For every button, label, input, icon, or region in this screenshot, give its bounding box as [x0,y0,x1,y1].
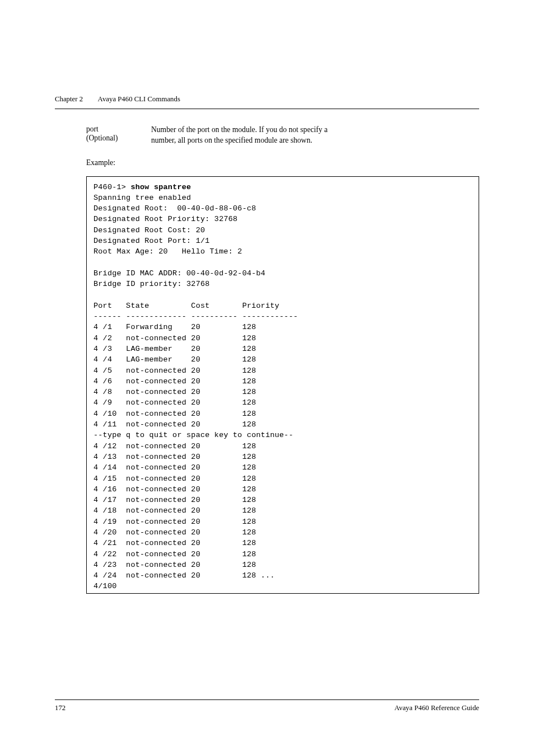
parameter-name: port (Optional) [86,125,151,146]
cli-row: 4 /13 not-connected 20 128 [93,453,256,461]
param-name-line1: port [86,125,151,134]
running-header: Chapter 2 Avaya P460 CLI Commands [55,95,479,104]
cli-command: show spantree [130,183,191,191]
cli-line: Designated Root Priority: 32768 [93,215,237,223]
page-number: 172 [55,704,65,712]
cli-row: 4 /4 LAG-member 20 128 [93,355,256,364]
cli-line: Bridge ID MAC ADDR: 00-40-0d-92-04-b4 [93,269,265,278]
chapter-label: Chapter 2 [55,95,83,103]
cli-row: 4 /14 not-connected 20 128 [93,463,256,472]
cli-row: 4 /18 not-connected 20 128 [93,506,256,515]
cli-line: Designated Root Port: 1/1 [93,237,210,245]
cli-line: Designated Root: 00-40-0d-88-06-c8 [93,204,256,213]
cli-row: 4/100 [93,582,117,590]
page-footer: 172 Avaya P460 Reference Guide [55,699,479,712]
param-name-line2: (Optional) [86,134,151,143]
cli-continue-line: --type q to quit or space key to continu… [93,431,293,439]
cli-example-box: P460-1> show spantree Spanning tree enab… [86,176,479,594]
cli-row: 4 /17 not-connected 20 128 [93,496,256,504]
cli-line: Designated Root Cost: 20 [93,226,205,234]
cli-row: 4 /23 not-connected 20 128 [93,561,256,569]
cli-prompt: P460-1> [93,183,130,191]
cli-line: Bridge ID priority: 32768 [93,280,210,288]
cli-line: Root Max Age: 20 Hello Time: 2 [93,247,242,256]
cli-row: 4 /5 not-connected 20 128 [93,367,256,375]
cli-row: 4 /10 not-connected 20 128 [93,410,256,418]
cli-row: 4 /1 Forwarding 20 128 [93,323,256,331]
chapter-title: Avaya P460 CLI Commands [98,95,180,103]
cli-table-rule: ------ ------------- ---------- --------… [93,312,298,321]
cli-row: 4 /8 not-connected 20 128 [93,388,256,396]
example-label: Example: [86,158,479,167]
cli-line: Spanning tree enabled [93,194,191,202]
cli-row: 4 /11 not-connected 20 128 [93,420,256,429]
cli-row: 4 /15 not-connected 20 128 [93,475,256,483]
param-desc-line2: number, all ports on the specified modul… [151,135,479,146]
parameter-row: port (Optional) Number of the port on th… [86,125,479,146]
header-rule [55,109,479,109]
cli-row: 4 /20 not-connected 20 128 [93,528,256,537]
cli-row: 4 /16 not-connected 20 128 [93,485,256,494]
cli-row: 4 /12 not-connected 20 128 [93,442,256,450]
cli-table-header: Port State Cost Priority [93,302,279,310]
cli-row: 4 /22 not-connected 20 128 [93,550,256,558]
page-content: port (Optional) Number of the port on th… [86,125,479,594]
cli-row: 4 /2 not-connected 20 128 [93,334,256,342]
cli-row: 4 /19 not-connected 20 128 [93,518,256,526]
cli-row: 4 /3 LAG-member 20 128 [93,345,256,353]
parameter-description: Number of the port on the module. If you… [151,125,479,146]
cli-row: 4 /24 not-connected 20 128 ... [93,571,275,580]
param-desc-line1: Number of the port on the module. If you… [151,125,479,135]
cli-row: 4 /21 not-connected 20 128 [93,539,256,547]
book-title: Avaya P460 Reference Guide [395,704,480,712]
cli-row: 4 /9 not-connected 20 128 [93,398,256,407]
cli-row: 4 /6 not-connected 20 128 [93,377,256,386]
